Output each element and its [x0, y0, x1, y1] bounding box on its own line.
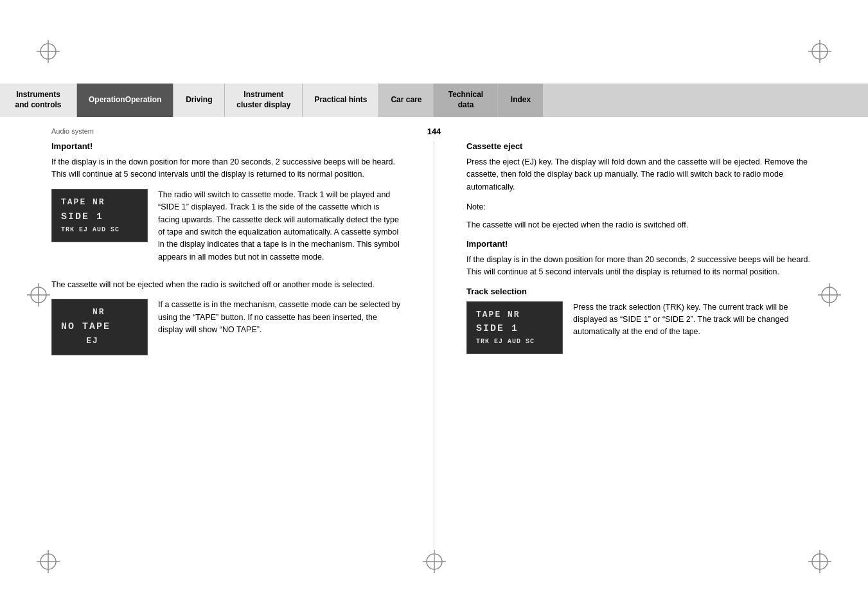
right-section2-title: Cassette eject	[466, 141, 817, 151]
lcd3-description: Press the track selection (TRK) key. The…	[573, 301, 817, 339]
right-column: Cassette eject Press the eject (EJ) key.…	[460, 141, 817, 562]
lcd3-block: TAPE NR SIDE 1 TRK EJ AUD SC Press the t…	[466, 301, 817, 360]
lcd-display-2: NR NO TAPE EJ	[51, 299, 148, 355]
navigation-bar: Instruments and controls Operation Opera…	[0, 84, 868, 117]
left-section1-body2: The cassette will not be ejected when th…	[51, 279, 402, 291]
page-number: 144	[427, 127, 441, 136]
left-section1-body: If the display is in the down position f…	[51, 156, 402, 181]
left-column: Important! If the display is in the down…	[51, 141, 408, 562]
lcd3-line2: SIDE 1	[476, 321, 553, 337]
right-section4-title: Track selection	[466, 287, 817, 296]
nav-item-instruments[interactable]: Instruments and controls	[0, 84, 77, 117]
lcd1-block: TAPE NR SIDE 1 TRK EJ AUD SC The radio w…	[51, 189, 402, 271]
lcd1-line2: SIDE 1	[61, 209, 138, 225]
section-label: Audio system	[51, 127, 94, 135]
lcd-display-3: TAPE NR SIDE 1 TRK EJ AUD SC	[466, 301, 563, 355]
lcd2-line2: NO TAPE	[61, 319, 138, 335]
nav-item-operation[interactable]: Operation Operation	[77, 84, 173, 117]
crosshair-right	[817, 282, 842, 308]
nav-item-instrument-cluster[interactable]: Instrument cluster display	[225, 84, 303, 117]
lcd1-description: The radio will switch to cassette mode. …	[158, 189, 402, 263]
right-section2-body: Press the eject (EJ) key. The display wi…	[466, 156, 817, 193]
note-label: Note:	[466, 201, 817, 213]
note-body: The cassette will not be ejected when th…	[466, 219, 817, 231]
column-separator	[434, 141, 434, 562]
nav-item-car-care[interactable]: Car care	[379, 84, 434, 117]
corner-mark-tr	[807, 39, 833, 64]
lcd2-description: If a cassette is in the mechanism, casse…	[158, 299, 402, 336]
lcd3-line3: TRK EJ AUD SC	[476, 337, 553, 347]
nav-item-practical-hints[interactable]: Practical hints	[303, 84, 379, 117]
lcd-display-1: TAPE NR SIDE 1 TRK EJ AUD SC	[51, 189, 148, 242]
nav-item-driving[interactable]: Driving	[173, 84, 225, 117]
left-section1-title: Important!	[51, 141, 402, 151]
nav-item-technical-data[interactable]: Technical data	[434, 84, 498, 117]
lcd2-line1: NR	[61, 306, 138, 319]
page-header: Audio system 144	[0, 123, 868, 139]
main-content: Important! If the display is in the down…	[51, 141, 817, 562]
lcd1-line1: TAPE NR	[61, 196, 138, 209]
lcd3-line1: TAPE NR	[476, 308, 553, 322]
right-section3-title: Important!	[466, 239, 817, 249]
lcd2-line3: EJ	[61, 335, 138, 348]
crosshair-left	[26, 282, 51, 308]
lcd2-block: NR NO TAPE EJ If a cassette is in the me…	[51, 299, 402, 360]
lcd1-line3: TRK EJ AUD SC	[61, 225, 138, 235]
right-section3-body: If the display is in the down position f…	[466, 254, 817, 279]
nav-item-index[interactable]: Index	[498, 84, 543, 117]
corner-mark-tl	[35, 39, 61, 64]
